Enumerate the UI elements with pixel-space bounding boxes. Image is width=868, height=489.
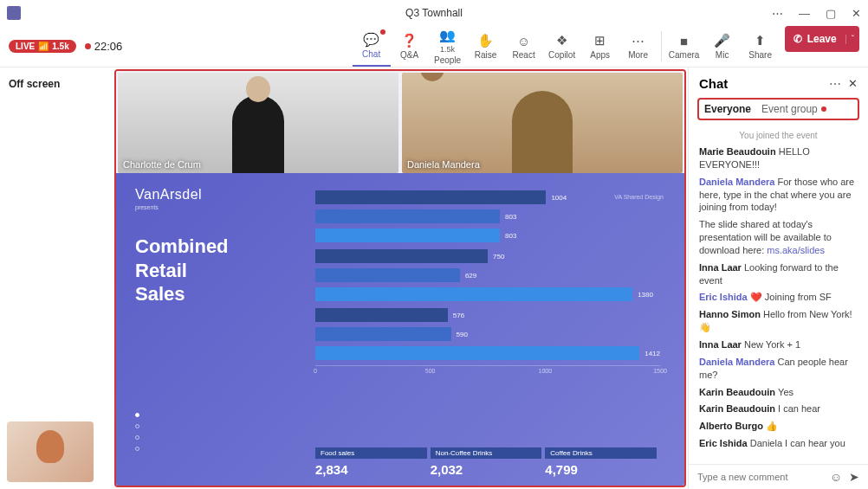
copilot-icon: ❖	[556, 33, 567, 48]
apps-label: Apps	[590, 50, 610, 60]
chat-label: Chat	[362, 49, 380, 59]
leave-chevron[interactable]: ˇ	[845, 35, 859, 44]
chat-message: Marie Beaudouin HELLO EVERYONE!!!	[699, 145, 858, 171]
hand-icon: ✋	[477, 33, 494, 48]
presenter-video-row: Charlotte de Crum Daniela Mandera	[116, 71, 684, 173]
bar: 629	[315, 268, 660, 282]
share-label: Share	[748, 50, 772, 60]
video-name-2: Daniela Mandera	[407, 159, 480, 170]
bar: 590	[315, 327, 660, 341]
chat-message: Inna Laar Looking forward to the event	[699, 261, 858, 287]
chat-messages[interactable]: You joined the event Marie Beaudouin HEL…	[689, 120, 868, 464]
video-tile-1[interactable]: Charlotte de Crum	[118, 73, 398, 173]
people-label: People	[434, 55, 461, 65]
phone-icon: ✆	[794, 33, 802, 45]
unread-dot	[821, 106, 826, 112]
share-button[interactable]: ⬆ Share	[742, 26, 780, 67]
emoji-icon[interactable]: ☺	[830, 470, 842, 484]
apps-button[interactable]: ⊞ Apps	[581, 26, 619, 67]
system-message: You joined the event	[699, 131, 858, 140]
chat-message: Hanno Simon Hello from New York! 👋	[699, 308, 858, 334]
chat-tabs: Everyone Event group	[697, 98, 859, 120]
bar: 1004	[315, 190, 660, 204]
people-count: 1.5k	[440, 45, 455, 54]
react-button[interactable]: ☺ React	[505, 26, 543, 67]
main-stage: Charlotte de Crum Daniela Mandera VanArs…	[113, 68, 688, 489]
chat-icon: 💬	[363, 32, 379, 48]
meeting-timer: 22:06	[94, 40, 123, 53]
chat-panel: Chat ⋯ ✕ Everyone Event group You joined…	[688, 68, 868, 489]
broadcast-icon: 📶	[38, 42, 49, 51]
camera-icon: ■	[680, 34, 688, 48]
live-label: LIVE	[16, 42, 35, 51]
window-close-icon[interactable]: ✕	[852, 7, 861, 20]
more-label: More	[628, 50, 648, 60]
copilot-label: Copilot	[548, 50, 575, 60]
people-icon: 👥	[439, 28, 456, 43]
tab-everyone[interactable]: Everyone	[704, 103, 751, 115]
toolbar-separator	[661, 31, 662, 61]
raise-hand-button[interactable]: ✋ Raise	[467, 26, 505, 67]
chat-message: Eric Ishida Daniela I can hear you	[699, 437, 858, 450]
shared-slide: VanArsdel presents Combined Retail Sales…	[116, 173, 684, 486]
send-icon[interactable]: ➤	[849, 470, 859, 484]
qa-button[interactable]: ❓ Q&A	[391, 26, 429, 67]
chat-close-icon[interactable]: ✕	[848, 77, 858, 90]
camera-label: Camera	[669, 50, 700, 60]
bar: 803	[315, 228, 660, 242]
window-minimize-icon[interactable]: ―	[799, 7, 810, 20]
mic-label: Mic	[716, 50, 729, 60]
viewer-count: 1.5k	[52, 42, 68, 51]
chat-message: Karin Beaudouin I can hear	[699, 402, 858, 415]
leave-button[interactable]: ✆Leave ˇ	[785, 26, 859, 52]
notification-dot	[380, 29, 385, 35]
more-icon: ⋯	[632, 33, 645, 48]
avatar-placeholder	[36, 430, 64, 463]
react-label: React	[513, 50, 535, 60]
chat-message: Alberto Burgo 👍	[699, 420, 858, 433]
chat-input[interactable]	[697, 472, 823, 482]
video-name-1: Charlotte de Crum	[123, 159, 201, 170]
chat-more-icon[interactable]: ⋯	[829, 77, 841, 91]
chat-message: Karin Beaudouin Yes	[699, 386, 858, 399]
meeting-toolbar: LIVE 📶 1.5k 22:06 💬 Chat ❓ Q&A 👥 1.5k Pe…	[0, 26, 868, 68]
chat-message: Daniela Mandera Can people hear me?	[699, 356, 858, 382]
window-title: Q3 Townhall	[405, 7, 463, 19]
window-maximize-icon[interactable]: ▢	[826, 7, 836, 20]
apps-icon: ⊞	[594, 33, 606, 48]
off-screen-panel: Off screen	[0, 68, 113, 489]
chart-totals: Food sales2,834 Non-Coffee Drinks2,032 C…	[315, 447, 660, 477]
title-bar: Q3 Townhall ⋯ ― ▢ ✕	[0, 0, 868, 26]
camera-button[interactable]: ■ Camera	[665, 26, 703, 67]
video-tile-2[interactable]: Daniela Mandera	[402, 73, 683, 173]
copilot-button[interactable]: ❖ Copilot	[543, 26, 581, 67]
raise-label: Raise	[475, 50, 497, 60]
off-screen-label: Off screen	[9, 78, 104, 90]
chat-message: Eric Ishida ❤️ Joining from SF	[699, 291, 858, 304]
leave-label: Leave	[807, 33, 837, 45]
bar: 803	[315, 209, 660, 223]
live-badge: LIVE 📶 1.5k	[9, 40, 76, 53]
qa-label: Q&A	[400, 50, 418, 60]
window-more-icon[interactable]: ⋯	[772, 7, 783, 20]
mic-button[interactable]: 🎤 Mic	[703, 26, 742, 67]
chat-message: Inna Laar New York + 1	[699, 338, 858, 351]
smiley-icon: ☺	[517, 34, 530, 48]
people-button[interactable]: 👥 1.5k People	[429, 26, 467, 67]
bar: 1412	[315, 346, 660, 360]
teams-app-icon	[7, 6, 21, 20]
chat-message: The slide shared at today's presentation…	[699, 218, 858, 257]
more-button[interactable]: ⋯ More	[619, 26, 657, 67]
qa-icon: ❓	[401, 33, 418, 48]
bar: 750	[315, 249, 660, 263]
chat-compose: ☺ ➤	[689, 464, 868, 489]
tab-event-group[interactable]: Event group	[761, 103, 826, 115]
bar-chart: VA Shared Design 10048038037506291380576…	[315, 190, 660, 377]
slide-paginator	[135, 413, 139, 451]
bar: 1380	[315, 287, 660, 301]
chat-button[interactable]: 💬 Chat	[353, 26, 391, 67]
share-icon: ⬆	[755, 33, 766, 48]
chat-message: Daniela Mandera For those who are here, …	[699, 176, 858, 215]
self-video-thumbnail[interactable]	[7, 421, 94, 482]
bar: 576	[315, 308, 660, 322]
